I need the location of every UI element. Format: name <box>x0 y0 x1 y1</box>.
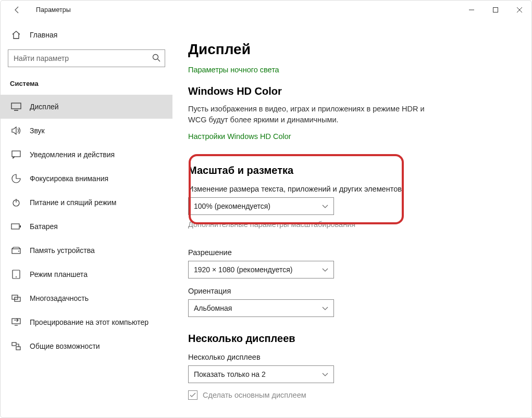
sidebar-item-notifications[interactable]: Уведомления и действия <box>1 143 172 167</box>
hd-body: Пусть изображения в видео, играх и прило… <box>188 104 433 125</box>
sidebar-item-label: Уведомления и действия <box>30 150 115 159</box>
home-button[interactable]: Главная <box>1 23 172 46</box>
search-icon <box>152 53 161 65</box>
shared-icon <box>10 342 22 350</box>
primary-display-checkbox[interactable] <box>188 390 197 400</box>
sidebar-item-label: Дисплей <box>30 103 59 111</box>
night-light-link[interactable]: Параметры ночного света <box>188 66 279 74</box>
scale-value: 100% (рекомендуется) <box>194 202 270 210</box>
svg-rect-8 <box>12 151 20 157</box>
svg-rect-21 <box>12 343 16 346</box>
category-title: Система <box>1 74 172 95</box>
sidebar-item-label: Звук <box>30 126 45 135</box>
sidebar-item-multitask[interactable]: Многозадачность <box>1 286 172 310</box>
orientation-dropdown[interactable]: Альбомная <box>188 299 334 317</box>
sidebar-item-shared[interactable]: Общие возможности <box>1 334 172 358</box>
multi-heading: Несколько дисплеев <box>188 333 516 345</box>
window-controls <box>460 2 531 18</box>
res-value: 1920 × 1080 (рекомендуется) <box>194 265 292 274</box>
sidebar-item-focus[interactable]: Фокусировка внимания <box>1 167 172 191</box>
svg-rect-11 <box>11 224 19 229</box>
scale-label: Изменение размера текста, приложений и д… <box>188 185 516 193</box>
maximize-button[interactable] <box>484 2 508 18</box>
display-icon <box>10 103 22 111</box>
sidebar: Главная Система Дисплей Звук Уведомления… <box>1 19 172 417</box>
sidebar-item-label: Питание и спящий режим <box>30 198 116 207</box>
svg-point-14 <box>18 251 19 252</box>
multi-value: Показать только на 2 <box>194 370 266 378</box>
svg-line-5 <box>158 59 160 62</box>
svg-point-16 <box>16 276 17 277</box>
project-icon <box>10 318 22 326</box>
orient-label: Ориентация <box>188 287 516 295</box>
sidebar-item-project[interactable]: Проецирование на этот компьютер <box>1 310 172 334</box>
home-icon <box>10 30 22 40</box>
svg-rect-1 <box>493 8 498 12</box>
sidebar-item-label: Общие возможности <box>30 342 100 350</box>
app-title: Параметры <box>36 6 71 14</box>
sidebar-item-battery[interactable]: Батарея <box>1 214 172 238</box>
search-wrap <box>8 49 165 67</box>
page-title: Дисплей <box>188 41 516 58</box>
sidebar-item-label: Многозадачность <box>30 294 89 302</box>
content-area: Дисплей Параметры ночного света Windows … <box>172 19 531 417</box>
sidebar-item-sound[interactable]: Звук <box>1 119 172 143</box>
multitask-icon <box>10 295 22 302</box>
sidebar-item-label: Режим планшета <box>30 270 88 278</box>
sidebar-item-tablet[interactable]: Режим планшета <box>1 262 172 286</box>
svg-rect-22 <box>16 347 20 350</box>
sidebar-item-display[interactable]: Дисплей <box>1 95 172 119</box>
resolution-dropdown[interactable]: 1920 × 1080 (рекомендуется) <box>188 261 334 278</box>
sidebar-item-label: Память устройства <box>30 246 95 255</box>
sidebar-item-label: Фокусировка внимания <box>30 174 108 183</box>
sidebar-item-label: Батарея <box>30 222 58 231</box>
multi-dropdown[interactable]: Показать только на 2 <box>188 365 334 383</box>
battery-icon <box>10 223 22 230</box>
sound-icon <box>10 126 22 135</box>
notif-icon <box>10 150 22 159</box>
sidebar-item-label: Проецирование на этот компьютер <box>30 318 149 326</box>
scale-dropdown[interactable]: 100% (рекомендуется) <box>188 197 334 215</box>
back-button[interactable] <box>9 2 26 18</box>
chevron-down-icon <box>322 202 328 210</box>
sidebar-item-power[interactable]: Питание и спящий режим <box>1 191 172 214</box>
scale-advanced-link[interactable]: Дополнительные параметры масштабирования <box>188 220 355 229</box>
focus-icon <box>10 174 22 183</box>
chevron-down-icon <box>322 304 328 312</box>
svg-rect-6 <box>11 103 21 109</box>
orient-value: Альбомная <box>194 304 232 312</box>
svg-point-4 <box>153 55 158 60</box>
titlebar: Параметры <box>1 1 531 19</box>
chevron-down-icon <box>322 265 328 274</box>
primary-display-label: Сделать основным дисплеем <box>203 391 306 399</box>
minimize-button[interactable] <box>460 2 484 18</box>
hd-link[interactable]: Настройки Windows HD Color <box>188 132 291 141</box>
multi-label: Несколько дисплеев <box>188 353 516 361</box>
svg-rect-19 <box>12 319 20 324</box>
svg-rect-12 <box>20 225 21 227</box>
storage-icon <box>10 247 22 254</box>
primary-display-checkbox-row: Сделать основным дисплеем <box>188 390 516 400</box>
res-label: Разрешение <box>188 248 516 257</box>
hd-heading: Windows HD Color <box>188 85 516 97</box>
chevron-down-icon <box>322 370 328 378</box>
search-input[interactable] <box>8 49 165 67</box>
close-button[interactable] <box>508 2 531 18</box>
sidebar-item-storage[interactable]: Память устройства <box>1 238 172 262</box>
home-label: Главная <box>30 31 57 39</box>
power-icon <box>10 198 22 207</box>
scale-heading: Масштаб и разметка <box>188 164 516 176</box>
tablet-icon <box>10 270 22 279</box>
